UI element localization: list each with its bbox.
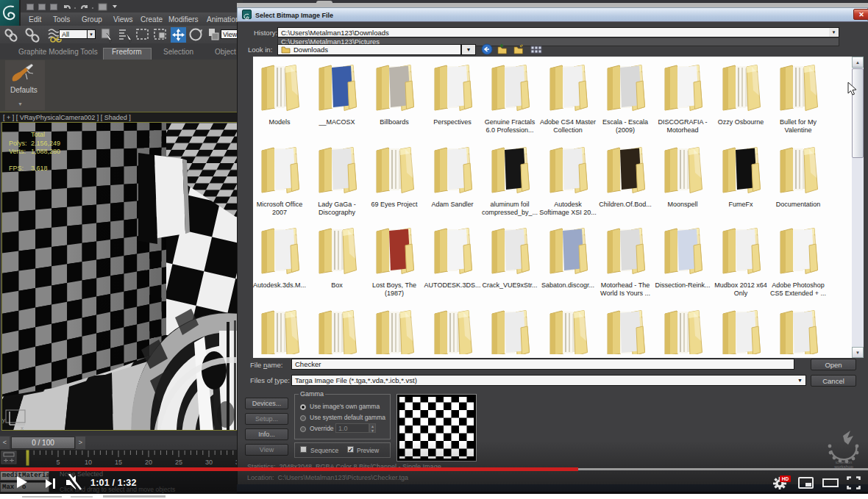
svg-text:x: x [21, 425, 24, 431]
svg-text:Polys:: Polys: [9, 140, 27, 147]
svg-text:20: 20 [145, 459, 152, 466]
svg-text:3,618: 3,618 [31, 165, 48, 172]
svg-text:FPS:: FPS: [9, 165, 24, 172]
svg-text:5: 5 [56, 459, 60, 466]
svg-text:25: 25 [175, 459, 182, 466]
svg-text:Verts:: Verts: [9, 148, 26, 155]
svg-text:Total: Total [31, 131, 45, 138]
svg-text:15: 15 [115, 459, 122, 466]
svg-text:1,088,280: 1,088,280 [31, 148, 60, 155]
svg-text:30: 30 [205, 459, 213, 466]
svg-text:2,156,249: 2,156,249 [31, 140, 60, 147]
svg-text:10: 10 [85, 459, 92, 466]
svg-text:y: y [2, 417, 5, 423]
